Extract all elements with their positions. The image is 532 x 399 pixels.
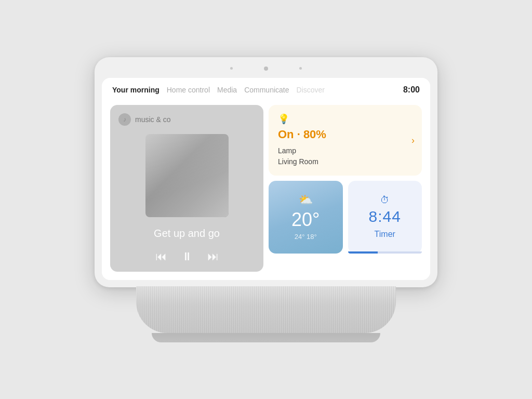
- timer-progress-bar-container: [348, 251, 422, 254]
- timer-icon: ⏱: [380, 195, 390, 206]
- device-top-bar: [102, 64, 430, 73]
- nav-item-media[interactable]: Media: [217, 86, 244, 94]
- pause-button[interactable]: ⏸: [181, 250, 193, 263]
- nav-item-discover[interactable]: Discover: [297, 86, 332, 94]
- bottom-cards: ⛅ 20° 24° 18° ⏱ 8:44 Timer: [269, 181, 422, 254]
- screen: Your morning Home control Media Communic…: [102, 78, 430, 280]
- music-service-icon: ♪: [118, 113, 131, 126]
- lamp-icon: 💡: [278, 113, 413, 125]
- music-service-label: music & co: [135, 115, 170, 124]
- weather-icon: ⛅: [299, 193, 313, 207]
- music-controls: ⏮ ⏸ ⏭: [155, 250, 219, 263]
- device-shell: Your morning Home control Media Communic…: [95, 57, 437, 287]
- mic-dot-left: [230, 67, 233, 70]
- timer-label: Timer: [375, 230, 395, 239]
- device-wrapper: Your morning Home control Media Communic…: [95, 57, 437, 342]
- nav-item-communicate[interactable]: Communicate: [244, 86, 296, 94]
- weather-card[interactable]: ⛅ 20° 24° 18°: [269, 181, 343, 254]
- timer-progress-fill: [348, 251, 378, 254]
- mic-dot-right: [299, 67, 302, 70]
- music-card: ♪ music & co Get up and go ⏮ ⏸ ⏭: [110, 105, 263, 272]
- song-title: Get up and go: [154, 228, 220, 240]
- lamp-name: Lamp Living Room: [278, 145, 413, 167]
- nav-bar: Your morning Home control Media Communic…: [102, 78, 430, 100]
- camera-dot: [264, 66, 268, 71]
- lamp-card[interactable]: 💡 On · 80% Lamp Living Room ›: [269, 105, 422, 176]
- lamp-status: On · 80%: [278, 128, 413, 141]
- weather-temperature: 20°: [291, 209, 320, 231]
- weather-icon-row: ⛅: [299, 193, 313, 207]
- nav-item-home-control[interactable]: Home control: [167, 86, 217, 94]
- album-art: [145, 134, 229, 217]
- speaker-grille: [136, 286, 396, 333]
- prev-button[interactable]: ⏮: [155, 250, 167, 263]
- weather-range: 24° 18°: [295, 233, 317, 241]
- lamp-chevron-icon: ›: [411, 135, 415, 145]
- speaker-body: [136, 286, 396, 333]
- music-header: ♪ music & co: [118, 113, 170, 126]
- speaker-base: [136, 286, 396, 342]
- main-content: ♪ music & co Get up and go ⏮ ⏸ ⏭: [102, 100, 430, 280]
- timer-time: 8:44: [369, 208, 401, 225]
- album-art-image: [145, 134, 229, 217]
- right-cards: 💡 On · 80% Lamp Living Room ›: [269, 105, 422, 254]
- speaker-bottom: [152, 333, 380, 342]
- next-button[interactable]: ⏭: [207, 250, 219, 263]
- nav-time: 8:00: [403, 85, 420, 95]
- timer-card[interactable]: ⏱ 8:44 Timer: [348, 181, 422, 254]
- nav-item-your-morning[interactable]: Your morning: [112, 86, 167, 94]
